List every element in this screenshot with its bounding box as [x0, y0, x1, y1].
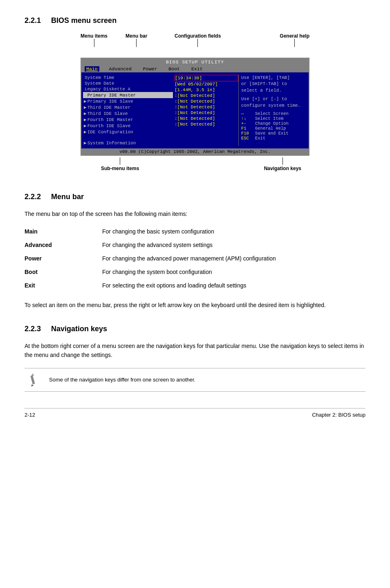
- menu-bar-label: Menu bar: [126, 33, 147, 39]
- bios-item-system-info: ▶ System Information: [83, 140, 173, 146]
- bios-help-text1: Use [ENTER], [TAB]or [SHIFT-TAB] toselec…: [241, 75, 307, 94]
- section-223-intro: At the bottom right corner of a menu scr…: [25, 341, 365, 360]
- table-row: Exit For selecting the exit options and …: [25, 279, 365, 292]
- menu-item-advanced-desc: For changing the advanced system setting…: [98, 238, 365, 252]
- table-row: Boot For changing the system boot config…: [25, 265, 365, 279]
- svg-rect-0: [30, 375, 35, 384]
- arrow-icon: ▶: [84, 140, 87, 146]
- menu-items-label: Menu items: [81, 33, 108, 39]
- config-fields-label: Configuration fields: [175, 33, 221, 39]
- bios-item-primary-master: ▶ Primary IDE Master: [83, 92, 173, 98]
- bios-item-system-time: System Time: [83, 75, 173, 81]
- menu-item-main-name: Main: [25, 225, 98, 238]
- general-help-label: General help: [280, 33, 309, 39]
- arrow-icon: ▶: [84, 99, 87, 104]
- menu-item-power-name: Power: [25, 252, 98, 265]
- bios-center-panel: [19:34:30] [Wed 05/02/2007] [1.44M, 3.5 …: [173, 75, 238, 146]
- table-row: Power For changing the advanced power ma…: [25, 252, 365, 265]
- arrow-icon: ▶: [84, 105, 87, 110]
- bios-item-third-slave: ▶ Third IDE Slave: [83, 110, 173, 117]
- menu-item-exit-name: Exit: [25, 279, 98, 292]
- bios-item-ide-config: ▶ IDE Configuration: [83, 129, 173, 135]
- nav-key-f1: F1: [241, 126, 253, 131]
- table-row: Advanced For changing the advanced syste…: [25, 238, 365, 252]
- note-box: Some of the navigation keys differ from …: [25, 368, 365, 392]
- bios-menu-power[interactable]: Power: [141, 66, 159, 72]
- page-number: 2-12: [25, 412, 35, 418]
- bios-val-date: [Wed 05/02/2007]: [175, 81, 238, 87]
- bios-menu-boot[interactable]: Boot: [167, 66, 182, 72]
- bios-menu-main[interactable]: Main: [85, 66, 99, 72]
- arrow-icon: ▶: [84, 111, 87, 116]
- section-222: 2.2.2 Menu bar The menu bar on top of th…: [25, 193, 365, 310]
- bios-val-time: [19:34:30]: [175, 75, 238, 81]
- nav-key-f10: F10: [241, 131, 253, 136]
- section-221: 2.2.1 BIOS menu screen Menu items Menu b…: [25, 16, 365, 178]
- section-222-heading: 2.2.2 Menu bar: [25, 193, 365, 201]
- menu-bar-table: Main For changing the basic system confi…: [25, 225, 365, 292]
- bios-val-ide5: :[Not Detected]: [175, 116, 238, 121]
- bios-val-ide3: :[Not Detected]: [175, 104, 238, 110]
- bios-val-ide1: :[Not Detected]: [175, 93, 238, 99]
- bios-menu-bar: Main Advanced Power Boot Exit: [81, 65, 309, 72]
- table-row: Main For changing the basic system confi…: [25, 225, 365, 238]
- menu-item-advanced-name: Advanced: [25, 238, 98, 252]
- navigation-keys-label: Navigation keys: [264, 166, 301, 171]
- menu-item-boot-desc: For changing the system boot configurati…: [98, 265, 365, 279]
- arrow-icon: ▶: [84, 92, 87, 98]
- menu-item-power-desc: For changing the advanced power manageme…: [98, 252, 365, 265]
- menu-item-main-desc: For changing the basic system configurat…: [98, 225, 365, 238]
- pencil-icon: [27, 373, 42, 387]
- page-footer: 2-12 Chapter 2: BIOS setup: [25, 408, 365, 418]
- section-221-heading: 2.2.1 BIOS menu screen: [25, 16, 365, 25]
- bios-help-text2: Use [+] or [-] toconfigure system time.: [241, 96, 307, 109]
- bios-menu-advanced[interactable]: Advanced: [108, 66, 133, 72]
- arrow-icon: ▶: [84, 117, 87, 122]
- note-text: Some of the navigation keys differ from …: [45, 376, 195, 384]
- bios-item-system-date: System Date: [83, 81, 173, 86]
- bios-body: System Time System Date Legacy Diskette …: [81, 72, 309, 148]
- bios-val-ide2: :[Not Detected]: [175, 99, 238, 104]
- bios-item-fourth-slave: ▶ Fourth IDE Slave: [83, 123, 173, 129]
- bios-menu-exit[interactable]: Exit: [190, 66, 204, 72]
- chapter-name: Chapter 2: BIOS setup: [312, 412, 365, 418]
- section-222-note: To select an item on the menu bar, press…: [25, 301, 365, 310]
- bios-footer: v00.00 (C)Copyright 1985-2002, American …: [81, 148, 309, 155]
- bios-nav-keys: ↔Select Screen ↑↓Select Item +-Change Op…: [241, 111, 307, 141]
- nav-key-ud: ↑↓: [241, 116, 253, 121]
- menu-item-boot-name: Boot: [25, 265, 98, 279]
- sub-menu-items-label: Sub-menu items: [101, 166, 139, 171]
- bios-right-panel: Use [ENTER], [TAB]or [SHIFT-TAB] toselec…: [238, 75, 307, 146]
- bios-left-panel: System Time System Date Legacy Diskette …: [83, 75, 173, 146]
- nav-key-pm: +-: [241, 121, 253, 126]
- arrow-icon: ▶: [84, 129, 87, 135]
- nav-key-lr: ↔: [241, 111, 253, 116]
- bios-val-ide4: :[Not Detected]: [175, 110, 238, 116]
- bios-item-third-master: ▶ Third IDE Master: [83, 104, 173, 110]
- bios-title-bar: BIOS SETUP UTILITY: [81, 58, 309, 65]
- bios-val-diskette: [1.44M, 3.5 in]: [175, 87, 238, 93]
- arrow-icon: ▶: [84, 123, 87, 128]
- section-222-intro: The menu bar on top of the screen has th…: [25, 209, 365, 218]
- section-223-heading: 2.2.3 Navigation keys: [25, 325, 365, 333]
- bios-screen: BIOS SETUP UTILITY Main Advanced Power B…: [81, 58, 309, 156]
- section-223: 2.2.3 Navigation keys At the bottom righ…: [25, 325, 365, 392]
- bios-item-primary-slave: ▶ Primary IDE Slave: [83, 98, 173, 104]
- nav-key-esc: ESC: [241, 136, 253, 141]
- bios-item-legacy-diskette: Legacy Diskette A: [83, 86, 173, 92]
- note-icon: [25, 373, 45, 387]
- menu-item-exit-desc: For selecting the exit options and loadi…: [98, 279, 365, 292]
- bios-item-fourth-master: ▶ Fourth IDE Master: [83, 117, 173, 123]
- bios-val-ide6: :[Not Detected]: [175, 121, 238, 127]
